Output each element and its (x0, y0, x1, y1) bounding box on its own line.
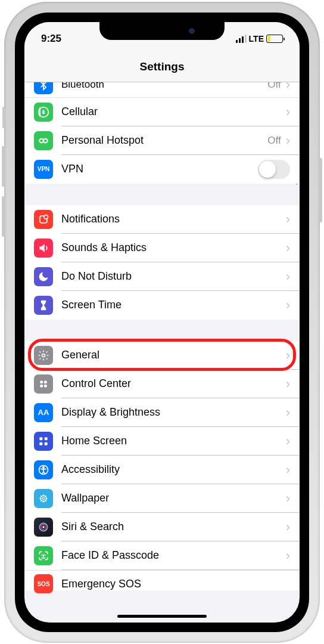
row-accessibility[interactable]: Accessibility › (24, 456, 300, 484)
row-label: Sounds & Haptics (61, 242, 286, 254)
sos-icon: SOS (34, 574, 53, 593)
row-faceid[interactable]: Face ID & Passcode › (24, 541, 300, 570)
row-label: Notifications (61, 213, 286, 225)
chevron-right-icon: › (286, 377, 290, 391)
row-label: Screen Time (61, 299, 286, 311)
row-sos[interactable]: SOS Emergency SOS (24, 570, 300, 590)
row-notifications[interactable]: Notifications › (24, 205, 300, 234)
svg-rect-7 (40, 384, 43, 387)
svg-point-4 (44, 215, 48, 219)
row-label: Wallpaper (61, 492, 286, 504)
sounds-icon (34, 239, 53, 258)
general-icon (34, 346, 53, 365)
row-label: Accessibility (61, 463, 286, 476)
network-label: LTE (249, 34, 264, 44)
row-siri[interactable]: Siri & Search › (24, 513, 300, 541)
status-time: 9:25 (41, 33, 61, 45)
svg-point-8 (44, 384, 47, 387)
row-hotspot[interactable]: Personal Hotspot Off › (24, 126, 300, 155)
row-label: VPN (61, 163, 258, 175)
row-vpn[interactable]: VPN VPN (24, 155, 300, 184)
notifications-icon (34, 210, 53, 229)
row-sounds[interactable]: Sounds & Haptics › (24, 234, 300, 262)
bluetooth-icon (34, 82, 53, 95)
row-label: Siri & Search (61, 521, 286, 533)
chevron-right-icon: › (286, 134, 290, 147)
home-indicator[interactable] (117, 615, 207, 618)
row-value: Off (267, 82, 281, 91)
chevron-right-icon: › (286, 299, 290, 312)
page-title: Settings (24, 52, 300, 82)
chevron-right-icon: › (286, 463, 290, 476)
control-center-icon (34, 374, 53, 394)
vpn-icon: VPN (34, 160, 53, 179)
row-label: Face ID & Passcode (61, 549, 286, 562)
home-screen-icon (34, 432, 53, 451)
svg-point-6 (40, 380, 43, 383)
row-label: General (61, 349, 286, 361)
svg-rect-0 (42, 110, 44, 114)
wallpaper-icon (34, 489, 53, 508)
chevron-right-icon: › (286, 213, 290, 226)
svg-point-20 (42, 526, 44, 528)
siri-icon (34, 518, 53, 537)
row-label: Control Center (61, 377, 286, 390)
faceid-icon (34, 546, 53, 565)
row-screentime[interactable]: Screen Time › (24, 291, 300, 320)
svg-point-2 (43, 138, 48, 143)
svg-rect-13 (45, 442, 48, 445)
hotspot-icon (34, 131, 53, 150)
screentime-icon (34, 296, 53, 315)
row-general[interactable]: General › (24, 341, 300, 370)
row-label: Cellular (61, 106, 286, 118)
svg-rect-11 (45, 437, 48, 440)
svg-rect-9 (44, 380, 47, 383)
screen: 9:25 LTE Settings Bluetooth Off › (24, 22, 300, 623)
svg-point-16 (42, 497, 44, 499)
row-label: Bluetooth (61, 82, 267, 91)
row-control-center[interactable]: Control Center › (24, 370, 300, 398)
vpn-toggle[interactable] (258, 160, 290, 179)
row-bluetooth[interactable]: Bluetooth Off › (24, 82, 300, 98)
row-label: Display & Brightness (61, 406, 286, 419)
chevron-right-icon: › (286, 106, 290, 119)
settings-list[interactable]: Bluetooth Off › Cellular › Pers (24, 82, 300, 621)
svg-point-15 (43, 466, 45, 468)
signal-icon (236, 35, 247, 43)
svg-rect-12 (39, 442, 42, 445)
row-wallpaper[interactable]: Wallpaper › (24, 484, 300, 513)
row-cellular[interactable]: Cellular › (24, 98, 300, 126)
row-label: Emergency SOS (61, 578, 290, 590)
display-icon: AA (34, 403, 53, 422)
row-display[interactable]: AA Display & Brightness › (24, 398, 300, 427)
row-label: Do Not Disturb (61, 270, 286, 283)
device-frame: 9:25 LTE Settings Bluetooth Off › (4, 2, 320, 643)
row-value: Off (267, 135, 281, 147)
notch (99, 22, 225, 40)
accessibility-icon (34, 460, 53, 479)
chevron-right-icon: › (286, 521, 290, 534)
row-label: Home Screen (61, 435, 286, 447)
svg-rect-10 (39, 437, 42, 440)
row-home-screen[interactable]: Home Screen › (24, 427, 300, 456)
chevron-right-icon: › (286, 549, 290, 562)
chevron-right-icon: › (286, 435, 290, 448)
chevron-right-icon: › (286, 406, 290, 419)
cellular-icon (34, 103, 53, 122)
svg-point-5 (42, 354, 45, 357)
row-dnd[interactable]: Do Not Disturb › (24, 262, 300, 291)
chevron-right-icon: › (286, 270, 290, 283)
chevron-right-icon: › (286, 242, 290, 255)
chevron-right-icon: › (286, 82, 290, 92)
dnd-icon (34, 267, 53, 286)
chevron-right-icon: › (286, 492, 290, 505)
chevron-right-icon: › (286, 349, 290, 362)
row-label: Personal Hotspot (61, 134, 267, 147)
battery-icon (266, 35, 283, 43)
